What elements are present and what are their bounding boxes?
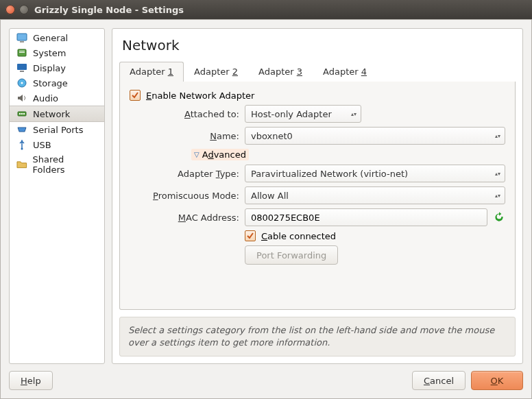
window-title: Grizzly Single Node - Settings bbox=[34, 5, 184, 15]
cancel-button[interactable]: Cancel bbox=[412, 371, 466, 390]
promiscuous-combo[interactable]: Allow All ▴▾ bbox=[245, 186, 505, 204]
display-icon bbox=[16, 62, 27, 73]
adapter-form: Enable Network Adapter Attached to: Host… bbox=[119, 82, 516, 310]
sidebar-item-label: Audio bbox=[33, 93, 58, 104]
port-forwarding-button[interactable]: Port Forwarding bbox=[245, 245, 338, 265]
sidebar-item-storage[interactable]: Storage bbox=[10, 75, 104, 90]
content-panel: Network Adapter 1 Adapter 2 Adapter 3 Ad… bbox=[112, 28, 523, 364]
sidebar-item-usb[interactable]: USB bbox=[10, 137, 104, 152]
svg-rect-6 bbox=[19, 52, 25, 53]
svg-point-10 bbox=[21, 82, 23, 84]
sidebar-item-sharedfolders[interactable]: Shared Folders bbox=[10, 152, 104, 177]
sidebar-item-display[interactable]: Display bbox=[10, 60, 104, 75]
dialog-footer: Help Cancel OK bbox=[9, 368, 523, 390]
network-icon bbox=[16, 108, 27, 119]
sidebar-item-network[interactable]: Network bbox=[10, 106, 104, 122]
window-minimize-icon[interactable] bbox=[19, 5, 29, 14]
chevron-updown-icon: ▴▾ bbox=[495, 193, 502, 199]
sidebar-item-label: Display bbox=[33, 63, 66, 73]
audio-icon bbox=[16, 93, 27, 104]
enable-adapter-checkbox[interactable] bbox=[130, 90, 141, 101]
svg-rect-13 bbox=[21, 113, 23, 114]
enable-adapter-row: Enable Network Adapter bbox=[130, 90, 505, 101]
svg-rect-3 bbox=[20, 41, 24, 43]
usb-icon bbox=[16, 139, 27, 150]
cable-connected-label: Cable connected bbox=[261, 231, 336, 241]
tab-adapter-3[interactable]: Adapter 3 bbox=[248, 62, 313, 82]
name-label: Name: bbox=[130, 131, 239, 141]
svg-rect-14 bbox=[23, 113, 25, 114]
svg-rect-5 bbox=[19, 51, 25, 51]
settings-sidebar: General System Display Storage Audio Net… bbox=[9, 28, 105, 364]
svg-rect-12 bbox=[19, 113, 21, 114]
storage-icon bbox=[16, 77, 27, 88]
enable-adapter-label: Enable Network Adapter bbox=[146, 90, 254, 101]
folder-icon bbox=[16, 159, 27, 170]
promiscuous-label: Promiscuous Mode: bbox=[130, 191, 239, 201]
sidebar-item-label: System bbox=[33, 48, 66, 58]
mac-address-input[interactable] bbox=[245, 208, 487, 226]
adapter-type-label: Adapter Type: bbox=[130, 169, 239, 179]
help-button[interactable]: Help bbox=[9, 371, 53, 390]
general-icon bbox=[16, 32, 27, 43]
chevron-updown-icon: ▴▾ bbox=[351, 111, 358, 117]
attached-to-combo[interactable]: Host-only Adapter ▴▾ bbox=[245, 105, 361, 123]
svg-rect-2 bbox=[17, 34, 27, 40]
svg-point-15 bbox=[21, 148, 23, 150]
chevron-updown-icon: ▴▾ bbox=[495, 133, 502, 139]
sidebar-item-label: General bbox=[33, 33, 68, 43]
sidebar-item-general[interactable]: General bbox=[10, 30, 104, 45]
name-combo[interactable]: vboxnet0 ▴▾ bbox=[245, 127, 505, 145]
system-icon bbox=[16, 47, 27, 58]
tab-adapter-1[interactable]: Adapter 1 bbox=[119, 62, 184, 82]
sidebar-item-system[interactable]: System bbox=[10, 45, 104, 60]
advanced-toggle[interactable]: ▽ Advanced bbox=[191, 149, 249, 160]
tab-adapter-2[interactable]: Adapter 2 bbox=[184, 62, 248, 82]
tab-adapter-4[interactable]: Adapter 4 bbox=[313, 62, 377, 82]
mac-label: MAC Address: bbox=[130, 213, 239, 223]
sidebar-item-label: Network bbox=[33, 109, 70, 119]
settings-dialog: General System Display Storage Audio Net… bbox=[0, 19, 532, 399]
sidebar-item-audio[interactable]: Audio bbox=[10, 90, 104, 106]
triangle-down-icon: ▽ bbox=[194, 151, 200, 158]
sidebar-item-label: USB bbox=[33, 140, 51, 150]
sidebar-item-label: Serial Ports bbox=[33, 125, 83, 135]
ok-button[interactable]: OK bbox=[471, 371, 523, 390]
cable-connected-checkbox[interactable] bbox=[245, 230, 256, 241]
chevron-updown-icon: ▴▾ bbox=[495, 171, 502, 177]
svg-rect-8 bbox=[20, 71, 24, 72]
sidebar-item-label: Storage bbox=[33, 78, 68, 88]
refresh-mac-icon[interactable] bbox=[493, 211, 505, 223]
adapter-type-combo[interactable]: Paravirtualized Network (virtio-net) ▴▾ bbox=[245, 165, 505, 182]
hint-box: Select a settings category from the list… bbox=[119, 317, 516, 356]
page-title: Network bbox=[112, 29, 522, 60]
attached-to-label: Attached to: bbox=[130, 109, 239, 119]
titlebar: Grizzly Single Node - Settings bbox=[0, 0, 532, 19]
serial-icon bbox=[16, 124, 27, 135]
svg-rect-7 bbox=[17, 64, 27, 70]
sidebar-item-serialports[interactable]: Serial Ports bbox=[10, 122, 104, 137]
window-close-icon[interactable] bbox=[5, 5, 15, 14]
sidebar-item-label: Shared Folders bbox=[33, 154, 97, 175]
adapter-tabs: Adapter 1 Adapter 2 Adapter 3 Adapter 4 bbox=[112, 62, 522, 82]
